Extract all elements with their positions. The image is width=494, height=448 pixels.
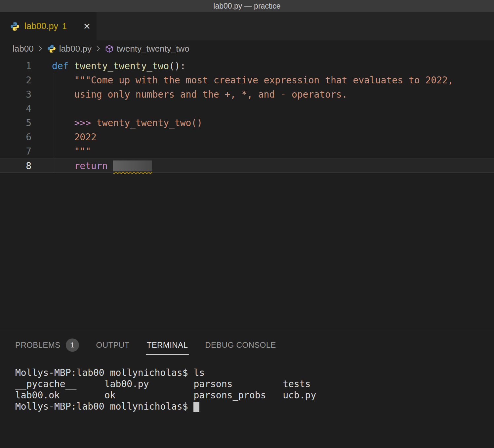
line-number[interactable]: 4 (0, 102, 36, 116)
code-token (91, 117, 97, 128)
code-token (52, 160, 74, 171)
code-token: twenty_twenty_two (74, 61, 169, 71)
breadcrumb-item-label: lab00 (13, 44, 34, 54)
tab-label: lab00.py (24, 21, 58, 31)
tab-bar: lab00.py 1 ✕ (0, 12, 494, 40)
panel-tab-terminal[interactable]: TERMINAL (147, 330, 188, 360)
code-line-content: def twenty_twenty_two(): (36, 59, 186, 73)
breadcrumb-item-lab00[interactable]: lab00 (13, 44, 34, 54)
panel-tab-label: DEBUG CONSOLE (205, 340, 276, 350)
code-token (52, 89, 74, 100)
code-line-content: """Come up with the most creative expres… (36, 73, 453, 87)
code-line-content: return (36, 159, 152, 172)
terminal-cursor (193, 402, 199, 412)
code-line[interactable]: 4 (0, 102, 494, 116)
chevron-right-icon (36, 45, 44, 53)
python-icon (10, 22, 20, 31)
code-token (69, 61, 74, 71)
chevron-right-icon (94, 45, 102, 53)
code-line[interactable]: 3 using only numbers and the +, *, and -… (0, 87, 494, 102)
code-line[interactable]: 5 >>> twenty_twenty_two() (0, 116, 494, 130)
panel-tab-problems[interactable]: PROBLEMS1 (15, 330, 79, 360)
code-token (52, 132, 74, 143)
line-number[interactable]: 8 (0, 159, 36, 172)
breadcrumb-item-label: twenty_twenty_two (117, 44, 189, 54)
code-editor[interactable]: 1def twenty_twenty_two():2 """Come up wi… (0, 57, 494, 330)
code-token: using only numbers and the +, *, and - o… (74, 89, 347, 100)
code-token: twenty_twenty_two() (97, 117, 202, 128)
line-number[interactable]: 2 (0, 73, 36, 87)
code-line[interactable]: 6 2022 (0, 130, 494, 144)
titlebar: lab00.py — practice (0, 0, 494, 12)
warning-selection-highlight (113, 160, 152, 171)
code-token: (): (169, 61, 186, 71)
code-line[interactable]: 2 """Come up with the most creative expr… (0, 73, 494, 87)
code-token: """Come up with the most creative expres… (74, 75, 453, 86)
line-number[interactable]: 7 (0, 144, 36, 158)
code-token (108, 160, 113, 171)
code-token: """ (74, 146, 91, 157)
indent-guide (53, 73, 53, 173)
code-token: 2022 (74, 132, 96, 143)
code-line-content: using only numbers and the +, *, and - o… (36, 87, 347, 102)
terminal-line: lab00.ok ok parsons_probs ucb.py (15, 390, 494, 401)
panel-tab-label: TERMINAL (147, 340, 188, 350)
code-token (52, 146, 74, 157)
vscode-window: lab00.py — practice lab00.py 1 ✕ lab00 l… (0, 0, 494, 448)
panel-tab-bar: PROBLEMS1OUTPUTTERMINALDEBUG CONSOLE (0, 330, 494, 360)
code-token: return (74, 160, 107, 171)
code-token: def (52, 61, 69, 71)
code-token (52, 75, 74, 86)
chevron-right-icon (94, 45, 102, 53)
terminal-line: Mollys-MBP:lab00 mollynicholas$ ls (15, 367, 494, 379)
terminal-output[interactable]: Mollys-MBP:lab00 mollynicholas$ ls__pyca… (0, 360, 494, 412)
terminal-line: __pycache__ lab00.py parsons tests (15, 379, 494, 390)
close-icon[interactable]: ✕ (83, 21, 91, 32)
tab-problem-count: 1 (62, 22, 67, 31)
editor-tab-lab00[interactable]: lab00.py 1 ✕ (0, 12, 97, 40)
bottom-panel: PROBLEMS1OUTPUTTERMINALDEBUG CONSOLE Mol… (0, 330, 494, 448)
breadcrumb-item-twenty_twenty_two[interactable]: twenty_twenty_two (105, 44, 189, 54)
line-number[interactable]: 3 (0, 87, 36, 102)
code-token (52, 117, 74, 128)
line-number[interactable]: 1 (0, 59, 36, 73)
code-line[interactable]: 1def twenty_twenty_two(): (0, 59, 494, 73)
code-line-content (36, 102, 52, 116)
code-line[interactable]: 8 return (0, 158, 494, 173)
code-line-content: >>> twenty_twenty_two() (36, 116, 202, 130)
python-icon (47, 44, 56, 53)
chevron-right-icon (36, 45, 44, 53)
panel-tab-label: OUTPUT (96, 340, 130, 350)
panel-tab-debug-console[interactable]: DEBUG CONSOLE (205, 330, 276, 360)
code-line-content: """ (36, 144, 91, 158)
breadcrumb-item-lab00.py[interactable]: lab00.py (47, 44, 92, 54)
code-line-content: 2022 (36, 130, 97, 144)
line-number[interactable]: 6 (0, 130, 36, 144)
symbol-method-icon (105, 44, 114, 53)
problems-count-badge: 1 (66, 338, 79, 352)
panel-tab-output[interactable]: OUTPUT (96, 330, 130, 360)
breadcrumb: lab00 lab00.py twenty_twenty_two (0, 40, 494, 57)
window-title: lab00.py — practice (213, 2, 280, 11)
code-line[interactable]: 7 """ (0, 144, 494, 158)
line-number[interactable]: 5 (0, 116, 36, 130)
terminal-line: Mollys-MBP:lab00 mollynicholas$ (15, 401, 494, 412)
code-token: >>> (74, 117, 91, 128)
panel-tab-label: PROBLEMS (15, 340, 61, 350)
breadcrumb-item-label: lab00.py (59, 44, 92, 54)
